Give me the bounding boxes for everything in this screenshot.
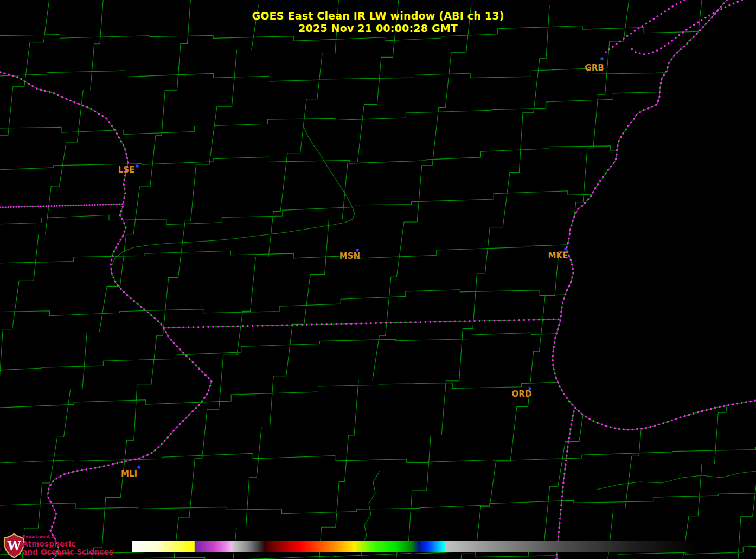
logo-line-2: and Oceanic Sciences: [22, 548, 113, 556]
station-label-mli: MLI: [121, 469, 137, 479]
ir-temperature-colorbar: [132, 541, 699, 552]
station-dot-mli: [138, 466, 140, 469]
station-label-ord: ORD: [512, 389, 532, 399]
station-label-grb: GRB: [585, 63, 604, 73]
green-bay-east-shore-dots: [630, 0, 742, 54]
lake-michigan-shoreline-outline: [553, 0, 756, 430]
state-border-dotted-lines: [0, 0, 756, 559]
station-label-msn: MSN: [339, 251, 360, 261]
logo-dept-line: Department of: [22, 535, 113, 539]
uw-aos-logo: W Department of Atmospheric and Oceanic …: [3, 533, 122, 559]
station-label-lse: LSE: [118, 165, 135, 175]
station-label-mke: MKE: [548, 251, 568, 261]
satellite-viewer: LSEGRBMSNMKEORDMLI GOES East Clean IR LW…: [0, 0, 756, 559]
logo-text: Department of Atmospheric and Oceanic Sc…: [22, 533, 113, 556]
mn-ia-border-dots: [0, 204, 124, 207]
mississippi-river-dots: [0, 72, 212, 559]
county-grid: [0, 0, 756, 559]
station-dot-lse: [136, 165, 139, 168]
county-boundary-lines: [0, 0, 756, 559]
water-and-state-outlines: [0, 0, 756, 559]
station-dot-mke: [565, 248, 567, 251]
station-markers: LSEGRBMSNMKEORDMLI: [118, 58, 604, 479]
mississippi-river-outline: [0, 72, 212, 559]
kalamazoo-river: [597, 471, 756, 490]
logo-line-1: Atmospheric: [22, 540, 113, 548]
station-dot-grb: [601, 58, 604, 60]
wisconsin-river: [112, 124, 355, 266]
lake-michigan-shore-dots: [553, 0, 756, 430]
il-in-border-dots: [556, 411, 574, 559]
satellite-map[interactable]: LSEGRBMSNMKEORDMLI: [0, 0, 756, 559]
crest-letter: W: [7, 538, 21, 552]
